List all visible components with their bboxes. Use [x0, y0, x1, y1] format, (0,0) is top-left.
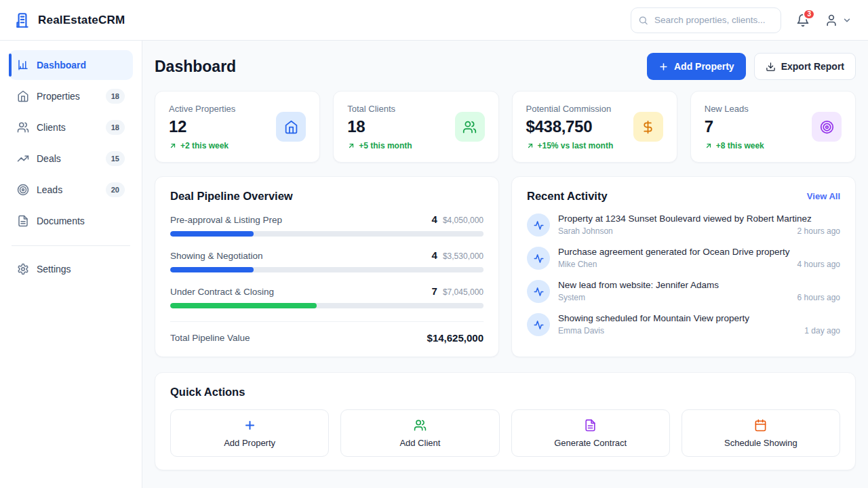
sidebar-item-deals[interactable]: Deals 15 — [9, 144, 133, 174]
pipeline-total: Total Pipeline Value $14,625,000 — [170, 321, 484, 344]
sidebar-badge: 15 — [106, 151, 125, 166]
avatar — [527, 313, 550, 336]
activity-author: Sarah Johnson — [558, 226, 613, 236]
plus-icon — [243, 419, 256, 432]
calendar-icon — [754, 419, 767, 432]
pipeline-stage: Pre-approval & Listing Prep 4 $4,050,000 — [170, 214, 484, 237]
activity-title: Recent Activity — [527, 190, 608, 203]
sidebar-item-dashboard[interactable]: Dashboard — [9, 50, 133, 80]
sidebar-item-label: Properties — [37, 91, 98, 102]
activity-time: 1 day ago — [804, 326, 840, 336]
download-icon — [766, 62, 776, 72]
sidebar-item-label: Deals — [37, 153, 98, 164]
activity-author: System — [558, 293, 585, 302]
pipeline-title: Deal Pipeline Overview — [170, 190, 293, 203]
progress-fill — [170, 303, 317, 308]
activity-item[interactable]: Property at 1234 Sunset Boulevard viewed… — [527, 214, 840, 237]
pipeline-stage: Under Contract & Closing 7 $7,045,000 — [170, 285, 484, 308]
quick-actions-panel: Quick Actions Add Property Add Client Ge… — [155, 372, 856, 470]
quick-actions-grid: Add Property Add Client Generate Contrac… — [170, 409, 840, 457]
sidebar-item-properties[interactable]: Properties 18 — [9, 81, 133, 111]
stat-card-total-clients: Total Clients 18 +5 this month — [333, 91, 498, 163]
shell: Dashboard Properties 18 Clients 18 Deals… — [0, 41, 868, 488]
quick-generate-contract-button[interactable]: Generate Contract — [511, 409, 670, 457]
users-icon — [414, 419, 427, 432]
quick-add-property-button[interactable]: Add Property — [170, 409, 329, 457]
activity-text: New lead from website: Jennifer Adams — [558, 280, 840, 290]
stat-card-potential-commission: Potential Commission $438,750 +15% vs la… — [512, 91, 677, 163]
activity-author: Emma Davis — [558, 326, 604, 336]
activity-text: Purchase agreement generated for Ocean D… — [558, 247, 840, 257]
user-icon — [825, 14, 838, 27]
avatar — [527, 280, 550, 303]
trending-up-icon — [17, 152, 29, 165]
stage-count: 7 — [432, 285, 437, 297]
search-box — [631, 7, 781, 33]
stat-card-active-properties: Active Properties 12 +2 this week — [155, 91, 320, 163]
progress-track — [170, 267, 484, 272]
activity-item[interactable]: Showing scheduled for Mountain View prop… — [527, 313, 840, 336]
total-label: Total Pipeline Value — [170, 333, 250, 343]
progress-track — [170, 231, 484, 237]
page-actions: Add Property Export Report — [647, 53, 856, 80]
page-title: Dashboard — [155, 58, 236, 76]
file-text-icon — [17, 215, 29, 227]
activity-item[interactable]: New lead from website: Jennifer Adams Sy… — [527, 280, 840, 303]
quick-add-client-button[interactable]: Add Client — [340, 409, 499, 457]
search-input[interactable] — [631, 7, 781, 33]
sidebar-badge: 18 — [106, 120, 125, 135]
quick-actions-title: Quick Actions — [170, 386, 840, 399]
avatar — [527, 247, 550, 270]
view-all-link[interactable]: View All — [807, 191, 840, 201]
search-icon — [638, 15, 648, 25]
stat-value: 12 — [169, 117, 235, 136]
progress-fill — [170, 231, 254, 237]
activity-icon — [534, 320, 544, 330]
users-icon — [455, 112, 485, 142]
stat-card-new-leads: New Leads 7 +8 this week — [690, 91, 856, 163]
stage-label: Under Contract & Closing — [170, 287, 274, 297]
users-icon — [17, 121, 29, 134]
stat-trend: +5 this month — [347, 141, 412, 150]
chevron-down-icon — [842, 16, 852, 25]
notifications-button[interactable]: 3 — [796, 14, 810, 27]
total-value: $14,625,000 — [427, 332, 484, 344]
dollar-icon — [633, 112, 663, 142]
top-bar: RealEstateCRM 3 — [0, 0, 868, 41]
stat-value: 18 — [347, 117, 412, 136]
sidebar-item-label: Documents — [37, 216, 125, 226]
target-icon — [812, 112, 842, 142]
activity-time: 2 hours ago — [797, 226, 840, 236]
deal-pipeline-panel: Deal Pipeline Overview Pre-approval & Li… — [155, 176, 499, 357]
app-title: RealEstateCRM — [38, 14, 125, 27]
stat-trend: +2 this week — [169, 141, 235, 150]
arrow-up-right-icon — [169, 142, 177, 150]
quick-schedule-showing-button[interactable]: Schedule Showing — [682, 409, 840, 457]
sidebar-item-label: Leads — [37, 184, 98, 195]
sidebar-badge: 18 — [106, 89, 125, 104]
gear-icon — [17, 263, 29, 275]
stat-value: 7 — [705, 117, 764, 136]
stat-label: New Leads — [705, 104, 764, 114]
add-property-button[interactable]: Add Property — [647, 53, 746, 80]
activity-time: 6 hours ago — [797, 293, 840, 302]
stage-value: $7,045,000 — [443, 287, 484, 297]
activity-author: Mike Chen — [558, 260, 597, 269]
user-menu[interactable] — [825, 14, 852, 27]
main-content: Dashboard Add Property Export Report — [142, 41, 868, 488]
recent-activity-panel: Recent Activity View All Property at 123… — [511, 176, 856, 357]
sidebar-item-clients[interactable]: Clients 18 — [9, 113, 133, 142]
home-icon — [17, 90, 29, 102]
plus-icon — [658, 62, 669, 72]
activity-item[interactable]: Purchase agreement generated for Ocean D… — [527, 247, 840, 270]
sidebar-item-documents[interactable]: Documents — [9, 206, 133, 236]
pipeline-header: Deal Pipeline Overview — [170, 190, 484, 203]
sidebar-item-settings[interactable]: Settings — [9, 254, 133, 284]
export-report-button[interactable]: Export Report — [754, 53, 856, 80]
stage-label: Pre-approval & Listing Prep — [170, 215, 282, 225]
sidebar-item-label: Clients — [37, 122, 98, 133]
sidebar-item-leads[interactable]: Leads 20 — [9, 175, 133, 205]
arrow-up-right-icon — [705, 142, 713, 150]
activity-text: Showing scheduled for Mountain View prop… — [558, 313, 840, 323]
topbar-right: 3 — [631, 7, 852, 33]
